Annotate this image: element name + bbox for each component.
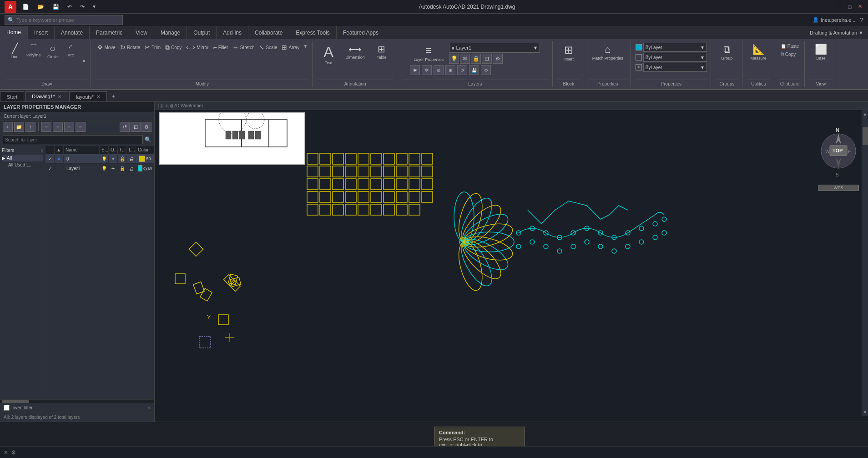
layer-hscroll-thumb[interactable] [2, 400, 29, 403]
tab-annotate[interactable]: Annotate [55, 26, 90, 39]
layer-btn2[interactable]: ❄ [460, 54, 470, 64]
stretch-button[interactable]: ↔ Stretch [231, 43, 257, 52]
help-btn[interactable]: ? [860, 16, 863, 24]
layer-search-input[interactable] [3, 135, 143, 144]
layer-save[interactable]: 💾 [469, 65, 479, 75]
user-avatar[interactable]: 👤 ines.pereira.e... [812, 17, 855, 23]
quick-access-dropdown[interactable]: ▼ [91, 3, 98, 10]
quick-access-undo[interactable]: ↶ [65, 3, 74, 11]
layer-btn4[interactable]: ⊡ [482, 54, 492, 64]
layer-settings-btn[interactable]: ⚙ [141, 122, 151, 132]
tab-express-tools[interactable]: Express Tools [289, 26, 336, 39]
linetype-dropdown[interactable]: ByLayer▼ [643, 53, 707, 62]
win-restore[interactable]: □ [846, 3, 853, 10]
layer-search-icon[interactable]: 🔍 [145, 136, 151, 143]
layer1-plot[interactable]: 🖨 [127, 165, 136, 172]
header-lock[interactable]: F... [118, 146, 127, 154]
header-on[interactable]: S... [100, 146, 109, 154]
layer-folder-btn[interactable]: 📁 [14, 122, 24, 132]
tab-collaborate[interactable]: Collaborate [248, 26, 289, 39]
layer-filter4[interactable]: ≡ [76, 122, 86, 132]
filter-all[interactable]: ▶ All [2, 155, 43, 161]
header-plot[interactable]: L... [127, 146, 136, 154]
polyline-button[interactable]: ⌒ Polyline [25, 43, 43, 58]
copy-clipboard-button[interactable]: ⧉Copy [779, 50, 797, 58]
layer-filter2[interactable]: ≡ [53, 122, 63, 132]
invert-filter-checkbox[interactable] [4, 405, 10, 411]
layer-btn5[interactable]: ⚙ [493, 54, 503, 64]
header-name[interactable]: Name [64, 146, 100, 154]
base-button[interactable]: ⬜ Base [809, 43, 832, 62]
color-dropdown[interactable]: ByLayer▼ [643, 43, 707, 52]
arc-button[interactable]: ◜ Arc [63, 43, 79, 58]
copy-button[interactable]: ⧉ Copy [163, 43, 183, 52]
tab-drawing1[interactable]: Drawing1* ✕ [25, 91, 68, 101]
tab-drawing1-close[interactable]: ✕ [58, 94, 61, 99]
command-close-btn[interactable]: ✕ [4, 449, 8, 456]
modify-more-btn[interactable]: ▼ [302, 43, 308, 50]
layer1-on[interactable]: 💡 [100, 165, 109, 172]
tab-layouts[interactable]: layouts* ✕ [69, 91, 107, 101]
fillet-button[interactable]: ⌐ Fillet [211, 43, 229, 52]
tab-output[interactable]: Output [187, 26, 217, 39]
layer-filter1[interactable]: ≡ [41, 122, 51, 132]
layer-refresh[interactable]: ↺ [457, 65, 467, 75]
table-button[interactable]: ⊞ Table [370, 43, 393, 61]
circle-button[interactable]: ○ Circle [45, 43, 61, 60]
layer-settings[interactable]: ⚙ [481, 65, 491, 75]
line-button[interactable]: ╱ Line [6, 43, 23, 60]
vscroll-thumb[interactable] [863, 127, 868, 145]
layer1-lock[interactable]: 🔓 [118, 165, 127, 172]
mirror-button[interactable]: ⟺ Mirror [184, 43, 210, 52]
tab-start[interactable]: Start [0, 91, 24, 101]
search-input[interactable] [16, 17, 116, 23]
layer0-lock[interactable]: 🔓 [118, 155, 127, 163]
tab-manage[interactable]: Manage [154, 26, 187, 39]
tab-view[interactable]: View [129, 26, 154, 39]
app-logo[interactable]: A [5, 1, 16, 13]
layer-state-icon[interactable]: ✲ [422, 65, 432, 75]
tab-insert[interactable]: Insert [28, 26, 55, 39]
wcs-label[interactable]: WCS [818, 185, 859, 191]
layer0-on[interactable]: 💡 [100, 155, 109, 163]
header-freeze[interactable]: O... [109, 146, 118, 154]
layer-btn3[interactable]: 🔒 [471, 54, 481, 64]
match-properties-button[interactable]: ⌂ Match Properties [589, 43, 627, 62]
text-button[interactable]: A Text [317, 43, 340, 67]
layer0-plot[interactable]: 🖨 [127, 155, 136, 163]
tab-addins[interactable]: Add-ins [217, 26, 248, 39]
layer-refresh-btn[interactable]: ↺ [120, 122, 130, 132]
layer-new-btn[interactable]: + [3, 122, 13, 132]
group-button[interactable]: ⧉ Group [716, 43, 738, 62]
trim-button[interactable]: ✂ Trim [143, 43, 162, 52]
vertical-scrollbar[interactable]: ▲ ▼ [862, 110, 868, 416]
filter-used[interactable]: All Used L... [2, 161, 43, 168]
layer-dropdown[interactable]: ■ Layer1 ▼ [449, 43, 540, 53]
layer-panel-hscroll[interactable] [0, 399, 154, 403]
quick-access-new[interactable]: 📄 [20, 3, 31, 11]
vscroll-down[interactable]: ▼ [862, 408, 868, 416]
layer-btn1[interactable]: 💡 [449, 54, 459, 64]
win-minimize[interactable]: ─ [836, 3, 843, 10]
filter-collapse-btn[interactable]: « [148, 405, 151, 410]
layer0-freeze[interactable]: ☀ [109, 155, 118, 163]
command-settings-btn[interactable]: ⚙ [11, 449, 16, 456]
layer-restore-btn[interactable]: ⊡ [131, 122, 141, 132]
layer-row-layer1[interactable]: ✓ Layer1 💡 ☀ 🔓 🖨 cyan [45, 164, 154, 173]
tab-featured-apps[interactable]: Featured Apps [337, 26, 385, 39]
layer1-color[interactable]: cyan [136, 164, 154, 173]
quick-access-redo[interactable]: ↷ [78, 3, 87, 11]
layer-properties-button[interactable]: ≡ Layer Properties [410, 43, 447, 64]
layer-filter3[interactable]: ≡ [64, 122, 74, 132]
tab-parametric[interactable]: Parametric [90, 26, 129, 39]
lineweight-dropdown[interactable]: ByLayer▼ [643, 63, 707, 72]
viewport-controls[interactable]: [-][Top][2D Wireframe] [158, 103, 203, 108]
quick-access-open[interactable]: 📂 [35, 3, 46, 11]
win-close[interactable]: ✕ [856, 3, 863, 10]
insert-button[interactable]: ⊞ Insert [557, 43, 580, 63]
layer1-name[interactable]: Layer1 [64, 165, 100, 172]
layer-freeze-icon[interactable]: ✱ [410, 65, 420, 75]
tab-layouts-close[interactable]: ✕ [96, 94, 100, 99]
layer-props-icon[interactable]: ⊙ [434, 65, 444, 75]
header-sort[interactable]: ▲ [55, 146, 64, 154]
